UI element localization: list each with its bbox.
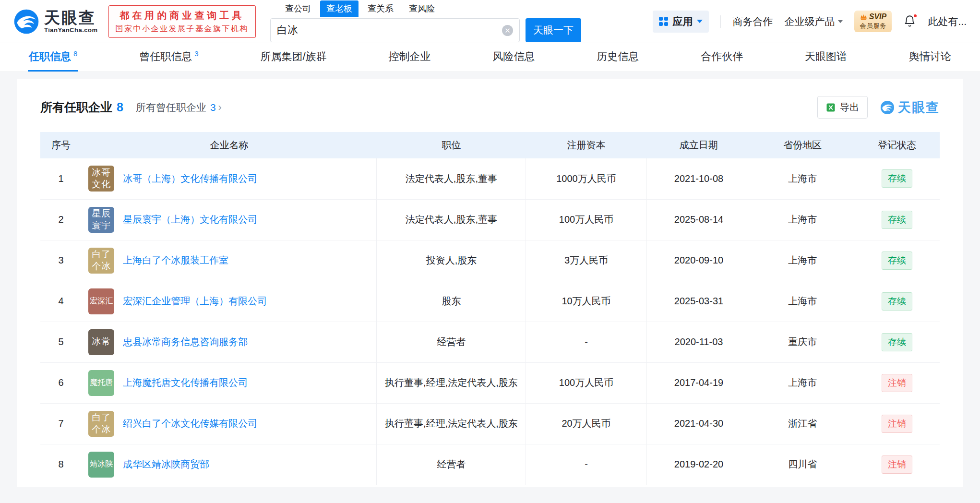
company-logo[interactable]: 白了个冰 — [88, 411, 114, 437]
tab-count: 3 — [194, 49, 198, 58]
capital-cell: 3万人民币 — [526, 240, 646, 281]
company-name-link[interactable]: 上海魔托唐文化传播有限公司 — [123, 376, 248, 389]
status-badge: 存续 — [882, 333, 912, 351]
company-name-link[interactable]: 上海白了个冰服装工作室 — [123, 254, 228, 267]
crown-icon — [860, 14, 867, 20]
tianyancha-logo[interactable]: 天眼查 TianYanCha.com — [13, 9, 98, 35]
logo-text: 天眼查 TianYanCha.com — [44, 9, 98, 34]
search-tab-boss[interactable]: 查老板 — [320, 0, 359, 17]
apps-menu-button[interactable]: 应用 — [653, 11, 709, 33]
company-name-link[interactable]: 宏深汇企业管理（上海）有限公司 — [123, 295, 267, 308]
tab-public-opinion[interactable]: 舆情讨论 — [908, 43, 952, 72]
site-header: 天眼查 TianYanCha.com 都在用的商业查询工具 国家中小企业发展子基… — [0, 0, 980, 43]
section-link-count: 3 — [210, 102, 216, 113]
search-tab-relation[interactable]: 查关系 — [361, 0, 400, 17]
founded-date-cell: 2025-08-14 — [646, 199, 751, 240]
header-index: 序号 — [40, 132, 82, 158]
tab-former-positions[interactable]: 曾任职信息3 — [138, 43, 199, 72]
tab-group-cluster[interactable]: 所属集团/族群 — [259, 43, 327, 72]
account-menu[interactable]: 此处有... — [928, 15, 967, 28]
vertical-divider — [720, 15, 721, 28]
status-badge: 注销 — [882, 374, 912, 392]
search-button[interactable]: 天眼一下 — [526, 18, 581, 42]
row-index: 7 — [40, 403, 82, 444]
position-cell: 经营者 — [377, 322, 526, 362]
status-badge: 注销 — [882, 455, 912, 474]
company-logo[interactable]: 宏深汇 — [88, 288, 114, 314]
company-logo[interactable]: 靖冰陕 — [88, 452, 114, 478]
grid-icon — [659, 17, 668, 26]
svip-title: SVIP — [869, 12, 886, 21]
tab-label: 控制企业 — [388, 49, 430, 64]
table-row: 8 靖冰陕 成华区靖冰陕商贸部 经营者 - 2019-02-20 四川省 注销 — [40, 444, 940, 485]
watermark-logo-icon — [880, 100, 895, 115]
header-right: 应用 商务合作 企业级产品 SVIP 会员服务 此 — [653, 11, 967, 33]
tab-risk-info[interactable]: 风险信息 — [491, 43, 536, 72]
former-positions-link[interactable]: 所有曾任职企业 3 › — [136, 101, 222, 114]
company-name-link[interactable]: 星辰寰宇（上海）文化有限公司 — [123, 213, 257, 226]
tab-label: 天眼图谱 — [805, 49, 847, 64]
company-logo[interactable]: 星辰寰宇 — [88, 207, 114, 233]
export-button[interactable]: 导出 — [817, 96, 868, 119]
tab-label: 舆情讨论 — [909, 49, 951, 64]
enterprise-products-menu[interactable]: 企业级产品 — [784, 15, 843, 28]
row-index: 2 — [40, 199, 82, 240]
company-logo[interactable]: 冰哥文化 — [88, 166, 114, 192]
tab-partners[interactable]: 合作伙伴 — [700, 43, 744, 72]
search-box: ✕ — [270, 18, 520, 42]
tab-controlled-companies[interactable]: 控制企业 — [387, 43, 431, 72]
search-tab-company[interactable]: 查公司 — [279, 0, 317, 17]
position-cell: 股东 — [377, 281, 526, 322]
company-name-link[interactable]: 冰哥（上海）文化传播有限公司 — [123, 172, 257, 185]
tab-current-positions[interactable]: 任职信息8 — [28, 43, 78, 72]
company-cell: 冰哥文化 冰哥（上海）文化传播有限公司 — [85, 166, 372, 192]
chevron-down-icon — [697, 20, 703, 23]
search-input[interactable] — [277, 24, 502, 36]
table-row: 1 冰哥文化 冰哥（上海）文化传播有限公司 法定代表人,股东,董事 1000万人… — [40, 158, 940, 199]
region-cell: 上海市 — [751, 362, 854, 403]
header-region: 省份地区 — [751, 132, 854, 158]
company-logo[interactable]: 冰常 — [88, 329, 114, 355]
table-row: 6 魔托唐 上海魔托唐文化传播有限公司 执行董事,经理,法定代表人,股东 100… — [40, 362, 940, 403]
founded-date-cell: 2017-04-19 — [646, 362, 751, 403]
svip-member-button[interactable]: SVIP 会员服务 — [854, 11, 892, 32]
tab-tianyan-graph[interactable]: 天眼图谱 — [804, 43, 848, 72]
table-header-row: 序号 企业名称 职位 注册资本 成立日期 省份地区 登记状态 — [40, 132, 940, 158]
search-tabs: 查公司 查老板 查关系 查风险 — [270, 0, 581, 17]
company-name-link[interactable]: 绍兴白了个冰文化传媒有限公司 — [123, 417, 257, 430]
company-cell: 白了个冰 上海白了个冰服装工作室 — [85, 248, 372, 274]
status-badge: 存续 — [882, 292, 912, 311]
search-row: ✕ 天眼一下 — [270, 18, 581, 42]
status-badge: 注销 — [882, 415, 912, 433]
business-cooperation-link[interactable]: 商务合作 — [732, 15, 773, 28]
notifications-button[interactable] — [903, 15, 916, 28]
table-row: 3 白了个冰 上海白了个冰服装工作室 投资人,股东 3万人民币 2020-09-… — [40, 240, 940, 281]
company-cell: 冰常 忠县冰常商务信息咨询服务部 — [85, 329, 372, 355]
tab-label: 风险信息 — [492, 49, 535, 64]
clear-icon[interactable]: ✕ — [502, 25, 513, 36]
status-badge: 存续 — [882, 169, 912, 188]
tab-label: 任职信息 — [29, 49, 71, 64]
header-position: 职位 — [377, 132, 526, 158]
company-cell: 星辰寰宇 星辰寰宇（上海）文化有限公司 — [85, 207, 372, 233]
table-row: 7 白了个冰 绍兴白了个冰文化传媒有限公司 执行董事,经理,法定代表人,股东 2… — [40, 403, 940, 444]
region-cell: 浙江省 — [751, 403, 854, 444]
company-logo[interactable]: 魔托唐 — [88, 370, 114, 396]
status-badge: 存续 — [882, 252, 912, 270]
notification-dot — [913, 13, 918, 18]
promo-line2: 国家中小企业发展子基金旗下机构 — [116, 24, 249, 34]
head-right: 导出 天眼查 — [817, 96, 940, 119]
search-tab-risk[interactable]: 查风险 — [403, 0, 441, 17]
header-company: 企业名称 — [82, 132, 377, 158]
table-row: 2 星辰寰宇 星辰寰宇（上海）文化有限公司 法定代表人,股东,董事 100万人民… — [40, 199, 940, 240]
company-name-link[interactable]: 忠县冰常商务信息咨询服务部 — [123, 335, 248, 348]
company-logo[interactable]: 白了个冰 — [88, 248, 114, 274]
region-cell: 上海市 — [751, 158, 854, 199]
tab-history-info[interactable]: 历史信息 — [596, 43, 640, 72]
company-cell: 宏深汇 宏深汇企业管理（上海）有限公司 — [85, 288, 372, 314]
capital-cell: 100万人民币 — [526, 362, 646, 403]
row-index: 1 — [40, 158, 82, 199]
export-label: 导出 — [840, 101, 859, 114]
table-row: 5 冰常 忠县冰常商务信息咨询服务部 经营者 - 2020-11-03 重庆市 … — [40, 322, 940, 362]
company-name-link[interactable]: 成华区靖冰陕商贸部 — [123, 458, 209, 471]
